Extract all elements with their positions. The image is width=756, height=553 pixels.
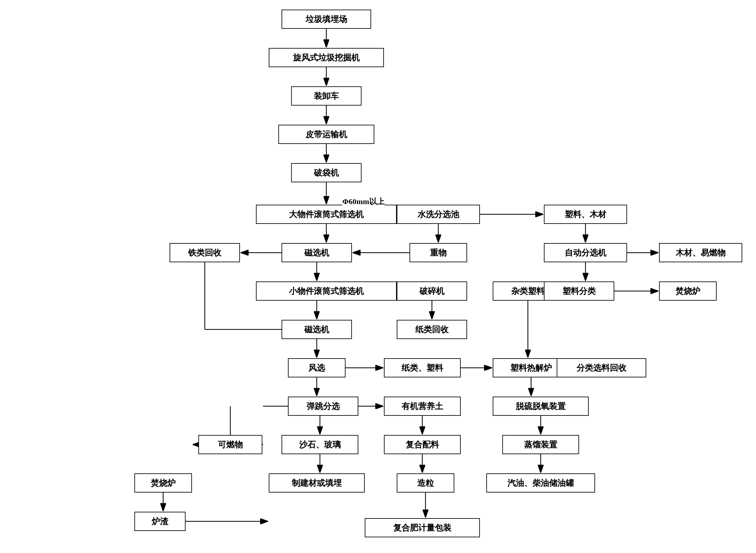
box-plastic-sort: 塑料分类 [544, 282, 614, 301]
box-water-wash: 水洗分选池 [397, 205, 480, 224]
box-wind-sort: 风选 [288, 358, 346, 377]
box-distill: 蒸馏装置 [502, 435, 579, 454]
box-paper-recovery: 纸类回收 [397, 320, 467, 339]
box-plastic-wood: 塑料、木材 [544, 205, 627, 224]
box-mag1: 磁选机 [282, 243, 352, 262]
box-incinerator2: 焚烧炉 [134, 473, 192, 492]
box-heavy: 重物 [409, 243, 467, 262]
box-auto-sorter: 自动分选机 [544, 243, 627, 262]
box-fuel-tank: 汽油、柴油储油罐 [486, 473, 595, 492]
box-large-sieve: 大物件滚筒式筛选机 [256, 205, 397, 224]
box-crusher: 破碎机 [397, 282, 467, 301]
box-sand-glass: 沙石、玻璃 [282, 435, 358, 454]
phi60-label: Φ60mm以上 [342, 196, 385, 207]
box-landfill: 垃圾填埋场 [282, 10, 371, 29]
box-wood-flammable: 木材、易燃物 [659, 243, 742, 262]
box-desulfur: 脱硫脱氧装置 [493, 397, 589, 416]
box-truck: 装卸车 [291, 86, 362, 105]
box-small-sieve: 小物件滚筒式筛选机 [256, 282, 397, 301]
box-bounce-sort: 弹跳分选 [288, 397, 358, 416]
box-combustible: 可燃物 [198, 435, 262, 454]
box-compound-pack: 复合肥计量包装 [365, 518, 480, 537]
box-excavator: 旋风式垃圾挖掘机 [269, 48, 384, 67]
arrows-svg [0, 0, 756, 553]
diagram-container: 垃圾填埋场 旋风式垃圾挖掘机 装卸车 皮带运输机 破袋机 大物件滚筒式筛选机 水… [0, 0, 756, 553]
box-mag2: 磁选机 [282, 320, 352, 339]
box-conveyor: 皮带运输机 [278, 125, 374, 144]
box-bag-breaker: 破袋机 [291, 163, 362, 182]
box-incinerator1: 焚烧炉 [659, 282, 716, 301]
box-paper-plastic: 纸类、塑料 [384, 358, 461, 377]
box-organic-soil: 有机营养土 [384, 397, 461, 416]
box-compound-material: 复合配料 [384, 435, 461, 454]
box-iron-recovery: 铁类回收 [169, 243, 240, 262]
box-granule: 造粒 [397, 473, 454, 492]
box-build-material: 制建材或填埋 [269, 473, 365, 492]
box-slag: 炉渣 [134, 512, 185, 531]
box-sort-material-recovery: 分类选料回收 [557, 358, 646, 377]
